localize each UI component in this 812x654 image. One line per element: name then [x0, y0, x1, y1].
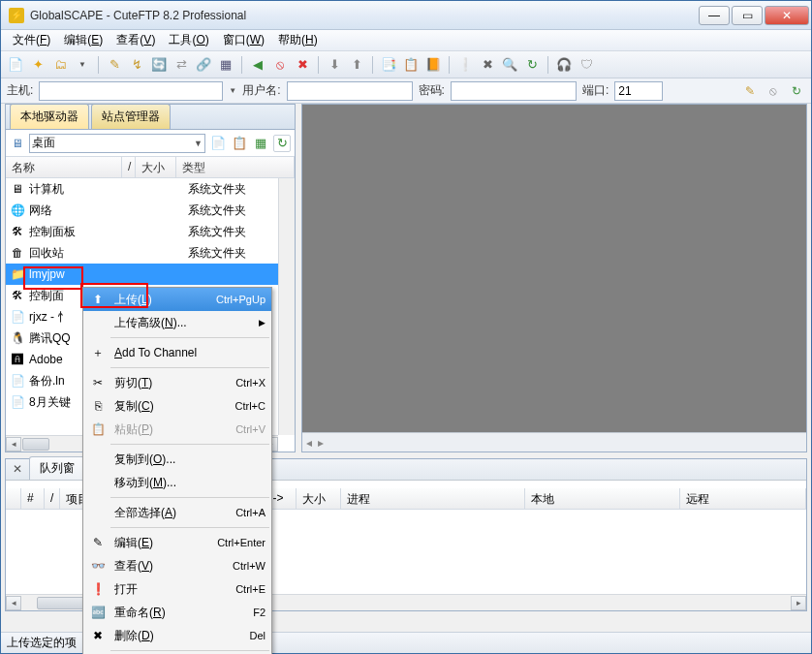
transfer-icon[interactable]: ⇄	[172, 56, 190, 74]
shield-icon[interactable]: 🛡	[578, 56, 595, 74]
qcol-blank[interactable]	[6, 488, 21, 509]
host-dropdown-icon[interactable]: ▼	[229, 86, 236, 95]
qcol-remote[interactable]: 远程	[680, 488, 806, 509]
delete-icon[interactable]: ✖	[479, 56, 496, 74]
qcol-num[interactable]: #	[21, 488, 45, 509]
up-icon[interactable]: ⬆	[348, 56, 365, 74]
tab-local-drives[interactable]: 本地驱动器	[10, 104, 89, 129]
col-size[interactable]: 大小	[136, 157, 176, 177]
q-scroll-left-icon[interactable]: ◂	[6, 596, 21, 610]
menu-view[interactable]: 查看(V)	[110, 30, 161, 50]
menuitem-shortcut: Ctrl+C	[235, 400, 265, 412]
chevron-down-icon[interactable]: ▼	[194, 139, 203, 148]
tab-queue[interactable]: 队列窗	[29, 456, 85, 480]
vscrollbar[interactable]	[278, 178, 295, 435]
tab-prev-icon[interactable]: ◂	[306, 436, 312, 450]
minimize-button[interactable]: —	[699, 6, 730, 25]
file-row[interactable]: 🛠控制面板系统文件夹	[6, 221, 295, 242]
qcol-prog[interactable]: 进程	[341, 488, 525, 509]
menubar: 文件(F) 编辑(E) 查看(V) 工具(O) 窗口(W) 帮助(H)	[1, 30, 811, 51]
menu-help[interactable]: 帮助(H)	[272, 30, 324, 50]
file-row[interactable]: 🖥计算机系统文件夹	[6, 178, 295, 200]
support-icon[interactable]: 🎧	[555, 56, 573, 74]
qcol-size[interactable]: 大小	[297, 488, 341, 509]
port-input[interactable]	[614, 81, 663, 101]
menuitem-label: 编辑(E)	[114, 535, 209, 551]
menuitem-m[interactable]: 移动到(M)...	[83, 471, 271, 494]
list-icon[interactable]: 📋	[402, 56, 420, 74]
maximize-button[interactable]: ▭	[732, 6, 763, 25]
menuitem-icon: ❗	[89, 580, 107, 598]
context-menu: ⬆上传(L)Ctrl+PgUp上传高级(N)...▶＋Add To Channe…	[82, 287, 272, 654]
col-type[interactable]: 类型	[176, 157, 295, 177]
col-name[interactable]: 名称	[6, 157, 122, 177]
file-row[interactable]: 📁lmyjpw	[6, 264, 295, 285]
view-icon[interactable]: ▦	[252, 135, 269, 152]
file-type: 系统文件夹	[188, 202, 246, 219]
new-icon[interactable]: 📄	[7, 56, 24, 74]
menu-window[interactable]: 窗口(W)	[217, 30, 270, 50]
link-icon[interactable]: 🔗	[195, 56, 212, 74]
queue-close-icon[interactable]: ✕	[10, 461, 25, 477]
qcol-local[interactable]: 本地	[525, 488, 680, 509]
book-icon[interactable]: 📙	[424, 56, 442, 74]
menuitem-n[interactable]: 上传高级(N)...▶	[83, 311, 271, 334]
file-name: 控制面板	[29, 224, 184, 240]
menuitem-[interactable]: ❗打开Ctrl+E	[83, 577, 271, 601]
menuitem-c[interactable]: ⎘复制(C)Ctrl+C	[83, 394, 271, 418]
dropdown-icon[interactable]: ▼	[74, 56, 91, 74]
tab-next-icon[interactable]: ▸	[318, 436, 324, 450]
file-row[interactable]: 🗑回收站系统文件夹	[6, 242, 295, 264]
menu-file[interactable]: 文件(F)	[7, 30, 56, 50]
scroll-thumb[interactable]	[22, 438, 49, 451]
location-combo[interactable]: 桌面 ▼	[29, 134, 205, 153]
down-icon[interactable]: ⬇	[326, 56, 343, 74]
refresh-local-icon[interactable]: ↻	[273, 135, 291, 152]
col-sort[interactable]: /	[122, 157, 136, 177]
alert-icon[interactable]: ❕	[456, 56, 474, 74]
menuitem-label: 打开	[114, 581, 228, 598]
qcol-slash[interactable]: /	[45, 488, 60, 509]
stop2-icon[interactable]: ✖	[294, 56, 311, 74]
wizard-icon[interactable]: ✦	[29, 56, 47, 74]
menuitem-v[interactable]: 👓查看(V)Ctrl+W	[83, 554, 271, 577]
host-input[interactable]	[39, 81, 223, 101]
url-icon[interactable]: ▦	[217, 56, 234, 74]
stop-icon[interactable]: ⦸	[271, 56, 289, 74]
menuitem-t[interactable]: ✂剪切(T)Ctrl+X	[83, 371, 271, 394]
menuitem-a[interactable]: 全部选择(A)Ctrl+A	[83, 501, 271, 524]
search-icon[interactable]: 🔍	[501, 56, 518, 74]
back-icon[interactable]: ◀	[249, 56, 266, 74]
menuitem-e[interactable]: ✎编辑(E)Ctrl+Enter	[83, 531, 271, 554]
refresh-icon[interactable]: ↻	[523, 56, 541, 74]
menuitem-d[interactable]: ✖删除(D)Del	[83, 624, 271, 647]
close-button[interactable]: ✕	[765, 6, 809, 25]
menuitem-icon	[89, 474, 107, 491]
doc-icon[interactable]: 📑	[380, 56, 397, 74]
folder-new-icon[interactable]: 🗂	[51, 56, 69, 74]
q-scroll-right-icon[interactable]: ▸	[791, 596, 806, 610]
pass-input[interactable]	[451, 81, 577, 101]
connect-icon[interactable]: ✎	[106, 56, 123, 74]
file-row[interactable]: 🌐网络系统文件夹	[6, 200, 295, 221]
sync-icon[interactable]: 🔄	[150, 56, 168, 74]
connection-bar: 主机: ▼ 用户名: 密码: 端口: ✎ ⦸ ↻	[1, 78, 811, 104]
menuitem-shortcut: Ctrl+E	[235, 583, 265, 595]
menuitem-o[interactable]: 复制到(O)...	[83, 448, 271, 471]
conn-stop-icon[interactable]: ⦸	[765, 82, 782, 100]
scroll-left-icon[interactable]: ◂	[6, 437, 21, 452]
copy-icon[interactable]: 📄	[209, 135, 227, 152]
menu-edit[interactable]: 编辑(E)	[58, 30, 109, 50]
menuitem-p: 📋粘贴(P)Ctrl+V	[83, 418, 271, 441]
paste-icon[interactable]: 📋	[231, 135, 248, 152]
file-icon: 🖥	[10, 181, 25, 197]
menu-tools[interactable]: 工具(O)	[163, 30, 214, 50]
wand-icon[interactable]: ↯	[128, 56, 145, 74]
conn-refresh-icon[interactable]: ↻	[788, 82, 805, 100]
tab-site-manager[interactable]: 站点管理器	[91, 104, 171, 129]
menuitem-r[interactable]: 🔤重命名(R)F2	[83, 601, 271, 624]
quick-connect-icon[interactable]: ✎	[741, 82, 759, 100]
menuitem-addtochannel[interactable]: ＋Add To Channel	[83, 341, 271, 364]
user-input[interactable]	[287, 81, 413, 101]
menuitem-l[interactable]: ⬆上传(L)Ctrl+PgUp	[83, 288, 271, 311]
